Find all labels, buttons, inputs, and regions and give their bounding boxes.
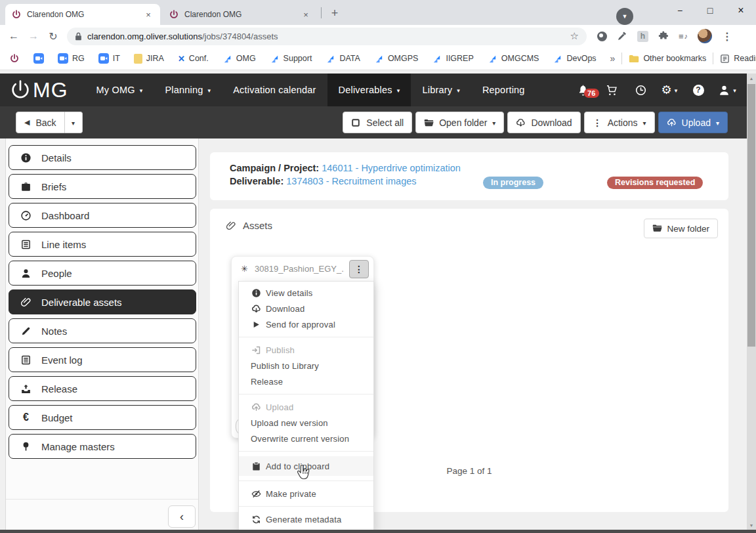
nav-planning[interactable]: Planning▾ [154, 74, 222, 106]
campaign-link[interactable]: 146011 - Hyperdrive optimization [322, 163, 461, 173]
nav-library[interactable]: Library▾ [411, 74, 471, 106]
browser-menu-icon[interactable]: ⋮ [722, 30, 732, 43]
select-all-button[interactable]: Select all [343, 112, 412, 133]
page-scrollbar[interactable]: ▲ ▼ [747, 74, 756, 530]
scrollbar-thumb[interactable] [747, 84, 755, 347]
sidebar-item-notes[interactable]: Notes [9, 318, 196, 343]
playlist-extension-icon[interactable]: ≡♪ [679, 32, 688, 41]
bookmark-confluence[interactable]: ✕ Conf. [178, 54, 209, 64]
browser-tab-inactive[interactable]: Clarendon OMG × [163, 4, 318, 25]
eyedropper-extension-icon[interactable] [617, 31, 627, 41]
sidebar-collapse-button[interactable]: ‹ [168, 505, 196, 528]
extension-circle-icon[interactable] [597, 32, 607, 41]
extensions-puzzle-icon[interactable] [658, 31, 669, 41]
scroll-down-arrow[interactable]: ▼ [747, 521, 756, 530]
menu-item-download[interactable]: Download [239, 301, 373, 316]
bookmark-it[interactable]: IT [98, 53, 120, 64]
browser-update-icon[interactable]: ▼ [616, 8, 633, 25]
sidebar-item-label: Manage masters [41, 441, 115, 452]
menu-item-view-details[interactable]: View details [239, 285, 373, 301]
other-bookmarks-button[interactable]: Other bookmarks [629, 54, 706, 63]
menu-item-release[interactable]: Release [239, 373, 373, 389]
bookmark-omg[interactable]: OMG [222, 54, 256, 64]
bookmark-power[interactable] [9, 53, 20, 64]
nav-my-omg[interactable]: My OMG▾ [85, 74, 154, 106]
sidebar-item-people[interactable]: People [9, 261, 196, 286]
upload-button[interactable]: Upload ▾ [658, 112, 728, 133]
back-dropdown-button[interactable]: ▾ [65, 112, 83, 133]
deliverable-link[interactable]: 1374803 - Recruitment images [286, 176, 416, 186]
power-favicon [169, 9, 179, 20]
browser-back-icon[interactable]: ← [4, 30, 24, 42]
menu-item-publish-to-library[interactable]: Publish to Library [239, 358, 373, 373]
sidebar-item-briefs[interactable]: Briefs [9, 174, 196, 199]
window-minimize-button[interactable]: − [665, 0, 695, 21]
back-button[interactable]: ◀ Back [16, 112, 65, 133]
clipboard-icon [251, 461, 261, 471]
bookmark-devops[interactable]: DevOps [553, 54, 596, 64]
settings-gear-icon[interactable]: ⚙ ▾ [655, 84, 684, 96]
honey-extension-icon[interactable]: h [637, 31, 648, 42]
sidebar-item-line-items[interactable]: Line items [9, 232, 196, 257]
tab-close-icon[interactable]: × [142, 10, 154, 20]
help-icon[interactable]: ? [684, 85, 713, 96]
lock-icon[interactable] [75, 32, 82, 41]
window-maximize-button[interactable]: □ [695, 0, 725, 21]
sidebar-item-budget[interactable]: € Budget [9, 405, 196, 430]
nav-activation-calendar[interactable]: Activation calendar [222, 74, 327, 106]
bookmarks-overflow-icon[interactable]: » [610, 53, 616, 64]
url-bar[interactable]: clarendon.omg.oliver.solutions/jobs/3748… [67, 28, 587, 45]
menu-item-make-private[interactable]: Make private [239, 486, 373, 501]
new-tab-button[interactable]: + [326, 5, 343, 22]
play-icon [251, 319, 261, 330]
nav-reporting[interactable]: Reporting [471, 74, 536, 106]
bookmark-omgcms[interactable]: OMGCMS [488, 54, 539, 64]
bookmark-iigrep[interactable]: IIGREP [432, 54, 473, 64]
checkbox-icon [351, 117, 361, 127]
menu-item-upload-new-version[interactable]: Upload new version [239, 415, 373, 431]
menu-item-send-for-approval[interactable]: Send for approval [239, 316, 373, 332]
tab-close-icon[interactable]: × [300, 10, 312, 20]
sidebar-item-deliverable-assets[interactable]: Deliverable assets [9, 289, 196, 314]
menu-item-overwrite-current-version[interactable]: Overwrite current version [239, 431, 373, 446]
sidebar-item-event-log[interactable]: Event log [9, 347, 196, 372]
folder-icon [652, 224, 662, 233]
cart-icon[interactable] [597, 84, 626, 96]
menu-item-upload[interactable]: Upload [239, 399, 373, 415]
nav-deliverables[interactable]: Deliverables▾ [327, 74, 411, 106]
open-folder-button[interactable]: Open folder ▾ [415, 112, 504, 133]
asset-kebab-button[interactable]: ⋮ [349, 260, 369, 278]
actions-button[interactable]: ⋮ Actions ▾ [584, 112, 655, 133]
bookmark-star-icon[interactable]: ☆ [570, 30, 579, 42]
sidebar-item-release[interactable]: Release [9, 376, 196, 401]
browser-tab-active[interactable]: Clarendon OMG × [5, 4, 160, 25]
bookmark-omgps[interactable]: OMGPS [374, 54, 419, 64]
bookmark-camera[interactable] [33, 53, 44, 64]
bookmark-jira-note[interactable]: JIRA [134, 54, 164, 64]
menu-item-publish[interactable]: Publish [239, 342, 373, 358]
browser-forward-icon[interactable]: → [24, 30, 43, 42]
download-button[interactable]: Download [507, 112, 580, 133]
clock-icon[interactable] [626, 84, 655, 96]
url-host: clarendon.omg.oliver.solutions [87, 32, 202, 41]
omg-logo[interactable]: MG [9, 74, 68, 106]
bookmark-data[interactable]: DATA [326, 54, 360, 64]
reading-list-button[interactable]: Reading list [720, 54, 756, 64]
sidebar-item-manage-masters[interactable]: Manage masters [9, 434, 196, 459]
sidebar-item-details[interactable]: Details [9, 145, 196, 170]
chevron-down-icon: ▾ [140, 87, 143, 94]
bookmark-rg[interactable]: RG [58, 53, 85, 64]
notifications-bell-icon[interactable]: 76 [568, 84, 597, 96]
browser-reload-icon[interactable]: ↻ [43, 30, 63, 43]
chevron-down-icon: ▾ [716, 119, 719, 127]
bookmark-support[interactable]: Support [270, 54, 312, 64]
window-close-button[interactable]: × [726, 0, 756, 21]
menu-item-generate-metadata[interactable]: Generate metadata [239, 511, 373, 527]
new-folder-button[interactable]: New folder [644, 219, 718, 238]
profile-avatar[interactable] [698, 29, 712, 43]
tree-icon [20, 441, 32, 452]
scroll-up-arrow[interactable]: ▲ [747, 74, 756, 83]
sidebar-item-dashboard[interactable]: Dashboard [9, 203, 196, 228]
upload-cloud-icon [667, 117, 677, 127]
user-menu-icon[interactable]: ▾ [713, 84, 742, 96]
